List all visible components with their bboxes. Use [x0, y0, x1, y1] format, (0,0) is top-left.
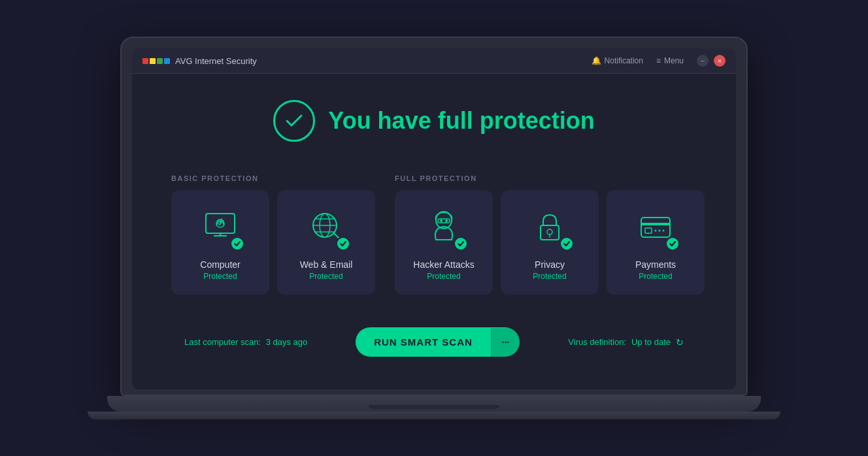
- protection-sections: BASIC PROTECTION: [171, 174, 697, 295]
- computer-check-badge: [230, 236, 244, 251]
- hacker-icon-area: [421, 204, 467, 250]
- web-email-card-title: Web & Email: [300, 259, 353, 270]
- logo-block-yellow: [150, 58, 156, 64]
- close-button[interactable]: ×: [714, 55, 726, 67]
- refresh-icon[interactable]: ↻: [676, 337, 684, 348]
- web-email-icon-area: [303, 204, 349, 250]
- titlebar-right: 🔔 Notification ≡ Menu − ×: [592, 55, 726, 67]
- payments-check-badge: [665, 236, 680, 251]
- scan-more-button[interactable]: ···: [491, 328, 520, 357]
- minimize-button[interactable]: −: [697, 55, 709, 67]
- hacker-card-title: Hacker Attacks: [413, 259, 474, 270]
- svg-point-9: [333, 233, 335, 234]
- main-content: You have full protection BASIC PROTECTIO…: [132, 74, 736, 389]
- menu-button[interactable]: ≡ Menu: [656, 56, 684, 65]
- laptop-bottom: [88, 412, 780, 419]
- web-email-protection-card[interactable]: Web & Email Protected: [277, 190, 375, 295]
- logo-block-green: [157, 58, 163, 64]
- hacker-protection-card[interactable]: Hacker Attacks Protected: [395, 190, 493, 295]
- logo-block-blue: [164, 58, 170, 64]
- payments-card-status: Protected: [635, 272, 676, 281]
- last-scan-info: Last computer scan: 3 days ago: [184, 337, 307, 347]
- scan-button-group[interactable]: RUN SMART SCAN ···: [356, 327, 520, 357]
- svg-point-13: [445, 220, 448, 222]
- svg-point-12: [440, 220, 442, 222]
- computer-card-text: Computer Protected: [200, 259, 240, 281]
- hero-title: You have full protection: [328, 107, 594, 135]
- computer-card-status: Protected: [200, 272, 240, 281]
- basic-protection-cards: Computer Protected: [171, 190, 375, 295]
- laptop-base: [107, 396, 761, 412]
- svg-rect-19: [645, 228, 652, 233]
- svg-point-20: [655, 229, 657, 231]
- privacy-card-text: Privacy Protected: [533, 259, 566, 281]
- computer-icon-area: [197, 204, 243, 250]
- titlebar-left: AVG Internet Security: [142, 56, 257, 66]
- svg-rect-11: [438, 219, 450, 223]
- computer-protection-card[interactable]: Computer Protected: [171, 190, 269, 295]
- svg-point-22: [663, 229, 665, 231]
- hacker-check-badge: [454, 236, 468, 251]
- hacker-card-text: Hacker Attacks Protected: [413, 259, 474, 281]
- privacy-protection-card[interactable]: Privacy Protected: [501, 190, 599, 295]
- privacy-card-title: Privacy: [533, 259, 566, 270]
- full-protection-cards: Hacker Attacks Protected: [395, 190, 705, 295]
- virus-definition-info: Virus definition: Up to date ↻: [568, 337, 684, 348]
- footer-section: Last computer scan: 3 days ago RUN SMART…: [171, 327, 697, 357]
- svg-rect-17: [641, 218, 670, 237]
- privacy-icon-area: [527, 204, 573, 250]
- window-controls: − ×: [697, 55, 726, 67]
- laptop-wrapper: AVG Internet Security 🔔 Notification ≡ M…: [107, 37, 761, 419]
- hacker-card-status: Protected: [413, 272, 474, 281]
- laptop-hinge: [369, 405, 499, 409]
- titlebar: AVG Internet Security 🔔 Notification ≡ M…: [132, 48, 736, 74]
- payments-protection-card[interactable]: Payments Protected: [607, 190, 705, 295]
- full-protection-label: FULL PROTECTION: [395, 174, 705, 182]
- web-check-badge: [336, 236, 350, 251]
- laptop-screen-outer: AVG Internet Security 🔔 Notification ≡ M…: [120, 37, 748, 396]
- app-title: AVG Internet Security: [175, 56, 257, 66]
- privacy-check-badge: [559, 236, 574, 251]
- svg-point-15: [547, 229, 552, 235]
- avg-logo: [142, 58, 170, 64]
- payments-card-title: Payments: [635, 259, 676, 270]
- basic-protection-label: BASIC PROTECTION: [171, 174, 375, 182]
- privacy-card-status: Protected: [533, 272, 566, 281]
- payments-icon-area: [633, 204, 678, 250]
- menu-icon: ≡: [656, 56, 661, 65]
- logo-block-red: [142, 58, 148, 64]
- hero-section: You have full protection: [171, 100, 697, 142]
- laptop-screen: AVG Internet Security 🔔 Notification ≡ M…: [132, 48, 736, 389]
- basic-protection-group: BASIC PROTECTION: [171, 174, 375, 295]
- svg-point-21: [659, 229, 661, 231]
- computer-card-title: Computer: [200, 259, 240, 270]
- full-protection-group: FULL PROTECTION: [395, 174, 705, 295]
- run-smart-scan-button[interactable]: RUN SMART SCAN: [356, 327, 491, 357]
- bell-icon: 🔔: [592, 56, 601, 65]
- protection-status-icon: [273, 100, 315, 142]
- notification-button[interactable]: 🔔 Notification: [592, 56, 643, 65]
- payments-card-text: Payments Protected: [635, 259, 676, 281]
- web-email-card-text: Web & Email Protected: [300, 259, 353, 281]
- web-email-card-status: Protected: [300, 272, 353, 281]
